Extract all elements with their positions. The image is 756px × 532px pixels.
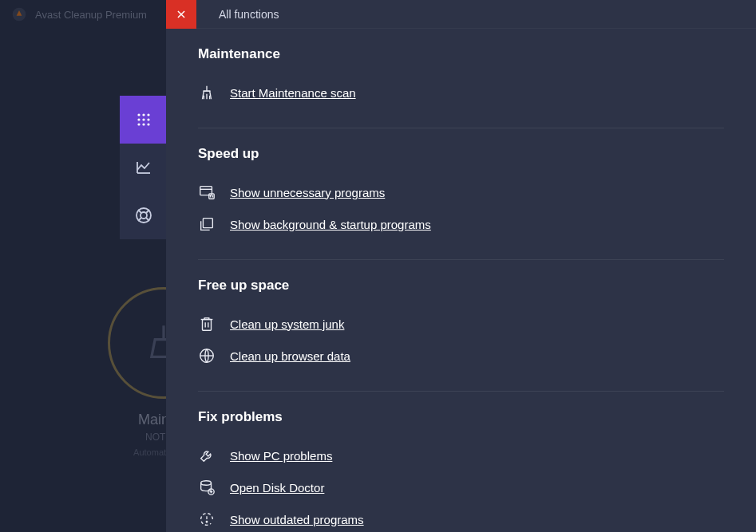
titlebar: Avast Cleanup Premium xyxy=(0,0,147,29)
row-disk-doctor[interactable]: Open Disk Doctor xyxy=(198,471,724,503)
window-trash-icon xyxy=(198,183,216,201)
svg-point-9 xyxy=(147,123,149,125)
sidebar-item-rescue[interactable] xyxy=(120,191,168,239)
sidebar-item-stats[interactable] xyxy=(120,144,168,191)
section-fix: Fix problems Show PC problems O xyxy=(198,392,724,532)
svg-point-8 xyxy=(142,123,144,125)
panel-title: All functions xyxy=(219,8,279,21)
panel-header: All functions xyxy=(166,0,756,29)
svg-point-3 xyxy=(147,113,149,116)
section-speedup: Speed up Show unnecessary programs xyxy=(198,128,724,260)
grid-icon xyxy=(134,110,153,129)
sidebar xyxy=(120,96,168,239)
svg-point-7 xyxy=(137,123,140,125)
panel-body: Maintenance Start Maintenance scan Speed… xyxy=(166,29,756,532)
link-background-programs[interactable]: Show background & startup programs xyxy=(230,218,431,231)
section-title-freespace: Free up space xyxy=(198,278,724,294)
close-button[interactable] xyxy=(166,0,196,29)
disk-doctor-icon xyxy=(198,479,216,496)
app-title: Avast Cleanup Premium xyxy=(35,9,147,21)
row-pc-problems[interactable]: Show PC problems xyxy=(198,439,724,471)
broom-icon xyxy=(198,84,216,101)
globe-icon xyxy=(198,347,216,365)
link-unnecessary-programs[interactable]: Show unnecessary programs xyxy=(230,186,385,199)
svg-point-11 xyxy=(141,212,147,219)
svg-point-19 xyxy=(206,521,207,522)
row-outdated-programs[interactable]: Show outdated programs xyxy=(198,503,724,532)
sidebar-item-all-functions[interactable] xyxy=(120,96,168,144)
svg-point-2 xyxy=(142,113,144,116)
link-pc-problems[interactable]: Show PC problems xyxy=(230,449,332,463)
section-title-fix: Fix problems xyxy=(198,409,724,425)
row-start-maintenance[interactable]: Start Maintenance scan xyxy=(198,77,724,108)
link-browser-data[interactable]: Clean up browser data xyxy=(230,349,350,363)
close-icon xyxy=(176,9,187,20)
chart-line-icon xyxy=(134,158,153,177)
wrench-icon xyxy=(198,447,216,464)
trash-icon xyxy=(198,315,216,333)
avast-logo-icon xyxy=(11,6,27,22)
link-outdated-programs[interactable]: Show outdated programs xyxy=(230,513,364,526)
all-functions-panel: All functions Maintenance Start Maintena… xyxy=(166,0,756,532)
svg-point-5 xyxy=(142,118,144,120)
row-background-programs[interactable]: Show background & startup programs xyxy=(198,208,724,240)
svg-point-17 xyxy=(201,481,212,486)
svg-point-4 xyxy=(137,118,140,120)
link-start-maintenance[interactable]: Start Maintenance scan xyxy=(230,86,356,100)
svg-rect-14 xyxy=(203,219,212,228)
svg-point-6 xyxy=(147,118,149,120)
row-unnecessary-programs[interactable]: Show unnecessary programs xyxy=(198,176,724,208)
svg-rect-15 xyxy=(203,320,212,331)
windows-stack-icon xyxy=(198,215,216,233)
section-maintenance: Maintenance Start Maintenance scan xyxy=(198,29,724,128)
link-disk-doctor[interactable]: Open Disk Doctor xyxy=(230,481,324,495)
lifebuoy-icon xyxy=(134,206,153,225)
row-browser-data[interactable]: Clean up browser data xyxy=(198,340,724,372)
section-title-speedup: Speed up xyxy=(198,146,724,162)
svg-point-1 xyxy=(137,113,140,116)
link-system-junk[interactable]: Clean up system junk xyxy=(230,317,344,331)
section-title-maintenance: Maintenance xyxy=(198,46,724,62)
section-freespace: Free up space Clean up system junk xyxy=(198,260,724,392)
refresh-alert-icon xyxy=(198,510,216,528)
row-system-junk[interactable]: Clean up system junk xyxy=(198,308,724,340)
